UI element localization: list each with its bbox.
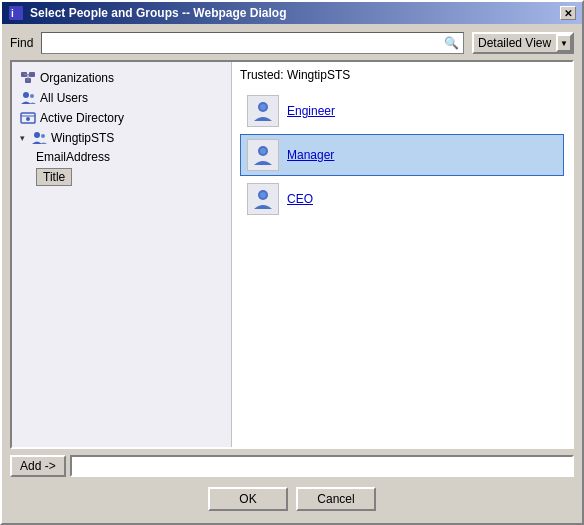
group-item-manager[interactable]: Manager [240, 134, 564, 176]
svg-point-18 [260, 148, 266, 154]
search-icon[interactable]: 🔍 [443, 35, 459, 51]
sidebar-item-wingtip-sts[interactable]: ▾ WingtipSTS [16, 128, 227, 148]
find-input[interactable] [46, 36, 443, 50]
button-row: OK Cancel [10, 483, 574, 515]
find-label: Find [10, 36, 33, 50]
dialog-window: i Select People and Groups -- Webpage Di… [0, 0, 584, 525]
svg-point-13 [34, 132, 40, 138]
toolbar-row: Find 🔍 Detailed View Simple View ▼ [10, 32, 574, 54]
cancel-button[interactable]: Cancel [296, 487, 376, 511]
engineer-avatar [247, 95, 279, 127]
engineer-name[interactable]: Engineer [287, 104, 335, 118]
dialog-content: Find 🔍 Detailed View Simple View ▼ [2, 24, 582, 523]
add-input[interactable] [70, 455, 574, 477]
sidebar-item-title[interactable]: Title [16, 166, 227, 188]
wingtip-sts-label: WingtipSTS [51, 131, 114, 145]
svg-rect-3 [29, 72, 35, 77]
main-panels: Organizations All Users [10, 60, 574, 449]
find-input-wrapper: 🔍 [41, 32, 464, 54]
manager-avatar [247, 139, 279, 171]
dialog-title: Select People and Groups -- Webpage Dial… [30, 6, 554, 20]
view-select[interactable]: Detailed View Simple View [472, 32, 574, 54]
active-directory-label: Active Directory [40, 111, 124, 125]
ceo-name[interactable]: CEO [287, 192, 313, 206]
view-select-container: Detailed View Simple View ▼ [472, 32, 574, 54]
organizations-label: Organizations [40, 71, 114, 85]
expand-arrow-icon: ▾ [20, 133, 25, 143]
sidebar-item-organizations[interactable]: Organizations [16, 68, 227, 88]
group-item-ceo[interactable]: CEO [240, 178, 564, 220]
all-users-icon [20, 90, 36, 106]
group-item-engineer[interactable]: Engineer [240, 90, 564, 132]
email-address-label: EmailAddress [36, 150, 110, 164]
title-bar: i Select People and Groups -- Webpage Di… [2, 2, 582, 24]
svg-text:i: i [11, 8, 14, 19]
svg-point-16 [260, 104, 266, 110]
sidebar-item-email-address[interactable]: EmailAddress [16, 148, 227, 166]
svg-point-9 [30, 94, 34, 98]
right-panel: Trusted: WingtipSTS Engineer [232, 62, 572, 447]
sidebar-item-active-directory[interactable]: Active Directory [16, 108, 227, 128]
add-row: Add -> [10, 455, 574, 477]
all-users-label: All Users [40, 91, 88, 105]
svg-point-8 [23, 92, 29, 98]
close-button[interactable]: ✕ [560, 6, 576, 20]
bottom-area: Add -> OK Cancel [10, 455, 574, 515]
ok-button[interactable]: OK [208, 487, 288, 511]
wingtip-icon [31, 130, 47, 146]
left-panel: Organizations All Users [12, 62, 232, 447]
add-button[interactable]: Add -> [10, 455, 66, 477]
org-icon [20, 70, 36, 86]
manager-name[interactable]: Manager [287, 148, 334, 162]
dialog-icon: i [8, 5, 24, 21]
active-directory-icon [20, 110, 36, 126]
svg-point-14 [41, 134, 45, 138]
sidebar-item-all-users[interactable]: All Users [16, 88, 227, 108]
svg-point-12 [26, 117, 30, 121]
ceo-avatar [247, 183, 279, 215]
title-box: Title [36, 168, 72, 186]
svg-point-20 [260, 192, 266, 198]
trusted-header: Trusted: WingtipSTS [240, 68, 564, 82]
